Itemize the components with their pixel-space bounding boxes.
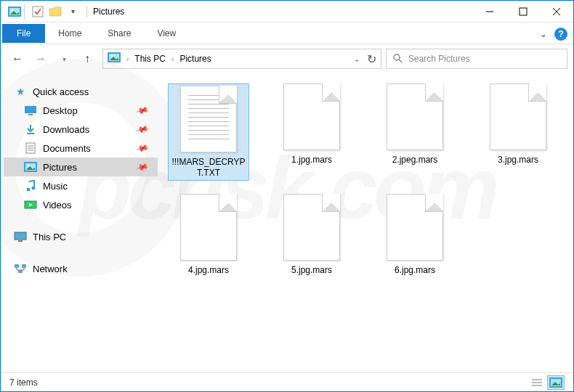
computer-icon (14, 231, 27, 242)
svg-point-24 (28, 165, 30, 167)
svg-point-11 (111, 55, 113, 57)
file-item[interactable]: 5.jpg.mars (271, 194, 352, 276)
file-item[interactable]: 6.jpg.mars (374, 194, 456, 276)
page-fold-icon (322, 84, 339, 102)
window-title: Pictures (93, 7, 124, 17)
sidebar-item-label: Desktop (43, 105, 78, 116)
sidebar-this-pc-label: This PC (33, 232, 66, 242)
item-count: 7 items (9, 377, 38, 388)
chevron-right-icon[interactable]: › (171, 55, 174, 63)
crumb-current[interactable]: Pictures (179, 54, 211, 64)
file-label: 3.jpg.mars (498, 155, 538, 166)
quick-access-toolbar: ▾ (1, 4, 81, 20)
tab-share[interactable]: Share (94, 24, 144, 43)
search-input[interactable]: Search Pictures (386, 49, 567, 69)
file-item[interactable]: 3.jpg.mars (477, 83, 559, 181)
page-fold-icon (219, 86, 236, 104)
navigation-pane[interactable]: ★ Quick access Desktop📌Downloads📌Documen… (1, 73, 161, 372)
history-dropdown-icon[interactable]: ▾ (53, 48, 75, 70)
sidebar-this-pc[interactable]: This PC (4, 227, 158, 246)
tab-home[interactable]: Home (45, 24, 94, 43)
pin-icon: 📌 (135, 122, 150, 136)
minimize-button[interactable] (473, 1, 506, 23)
crumb-this-pc[interactable]: This PC (134, 54, 166, 64)
svg-rect-31 (18, 240, 23, 242)
desktop-icon (24, 105, 37, 116)
sidebar-item-label: Music (43, 181, 68, 192)
svg-point-26 (27, 188, 31, 192)
forward-button[interactable]: → (30, 48, 52, 70)
svg-point-2 (12, 9, 14, 11)
svg-rect-33 (22, 264, 26, 268)
sidebar-item-downloads[interactable]: Downloads📌 (4, 120, 158, 139)
page-fold-icon (219, 195, 236, 212)
view-toggles (528, 375, 565, 390)
file-label: 2.jpeg.mars (392, 155, 438, 166)
svg-rect-6 (520, 8, 527, 15)
back-button[interactable]: ← (7, 48, 28, 70)
svg-point-13 (394, 54, 400, 60)
folder-icon[interactable] (7, 4, 23, 20)
help-icon[interactable]: ? (554, 28, 567, 41)
videos-icon (24, 199, 37, 211)
properties-icon[interactable] (30, 4, 46, 20)
star-icon: ★ (14, 86, 27, 97)
file-label: !!!MARS_DECRYPT.TXT (170, 157, 247, 179)
maximize-button[interactable] (506, 1, 540, 23)
address-folder-icon (108, 52, 121, 65)
svg-rect-32 (15, 264, 19, 268)
ribbon-tabs: File Home Share View ⌄ ? (1, 23, 573, 44)
sidebar-quick-access[interactable]: ★ Quick access (4, 82, 158, 101)
expand-ribbon-icon[interactable]: ⌄ (540, 29, 547, 39)
pin-icon: 📌 (135, 103, 150, 118)
new-folder-icon[interactable] (47, 4, 63, 20)
thumbnails-view-icon[interactable] (547, 375, 565, 390)
file-item[interactable]: 4.jpg.mars (168, 194, 249, 276)
sidebar-item-videos[interactable]: Videos (4, 195, 158, 214)
sidebar-item-label: Videos (43, 200, 72, 211)
sidebar-item-label: Pictures (43, 162, 77, 173)
tab-view[interactable]: View (144, 24, 189, 43)
file-item[interactable]: 2.jpeg.mars (374, 83, 456, 181)
page-fold-icon (528, 84, 546, 102)
chevron-right-icon[interactable]: › (126, 55, 129, 63)
window-controls (473, 1, 573, 23)
svg-rect-15 (25, 106, 36, 113)
explorer-window: pcrisk.com ▾ Pictures File Home Share (0, 0, 574, 392)
address-bar[interactable]: › This PC › Pictures ⌄ ↻ (102, 49, 381, 69)
title-divider (86, 6, 87, 17)
sidebar-network[interactable]: Network (4, 259, 158, 278)
qat-dropdown-icon[interactable]: ▾ (65, 4, 81, 20)
refresh-icon[interactable]: ↻ (367, 52, 376, 66)
sidebar-item-documents[interactable]: Documents📌 (4, 139, 158, 158)
generic-file-icon (180, 194, 237, 261)
qat-divider (24, 4, 28, 20)
file-label: 5.jpg.mars (291, 265, 332, 276)
network-icon (14, 263, 27, 274)
search-placeholder: Search Pictures (408, 54, 470, 64)
close-button[interactable] (540, 1, 573, 23)
sidebar-item-pictures[interactable]: Pictures📌 (4, 158, 158, 176)
file-list[interactable]: !!!MARS_DECRYPT.TXT1.jpg.mars2.jpeg.mars… (161, 73, 573, 372)
file-label: 4.jpg.mars (188, 265, 229, 276)
details-view-icon[interactable] (528, 375, 546, 390)
pin-icon: 📌 (135, 141, 150, 155)
sidebar-item-label: Documents (43, 143, 91, 154)
file-label: 1.jpg.mars (291, 155, 332, 166)
sidebar-network-label: Network (33, 264, 68, 274)
file-item[interactable]: !!!MARS_DECRYPT.TXT (168, 83, 249, 181)
titlebar: ▾ Pictures (1, 1, 573, 23)
body-split: ★ Quick access Desktop📌Downloads📌Documen… (1, 73, 573, 372)
address-dropdown-icon[interactable]: ⌄ (354, 55, 360, 63)
sidebar-item-desktop[interactable]: Desktop📌 (4, 101, 158, 120)
generic-file-icon (490, 83, 546, 150)
svg-rect-34 (18, 270, 23, 273)
music-icon (24, 180, 37, 192)
text-file-icon (180, 86, 237, 152)
file-tab[interactable]: File (2, 24, 45, 43)
sidebar-item-music[interactable]: Music (4, 176, 158, 195)
svg-rect-30 (15, 232, 26, 240)
file-label: 6.jpg.mars (395, 265, 435, 276)
up-button[interactable]: ↑ (76, 48, 98, 70)
file-item[interactable]: 1.jpg.mars (271, 83, 352, 181)
